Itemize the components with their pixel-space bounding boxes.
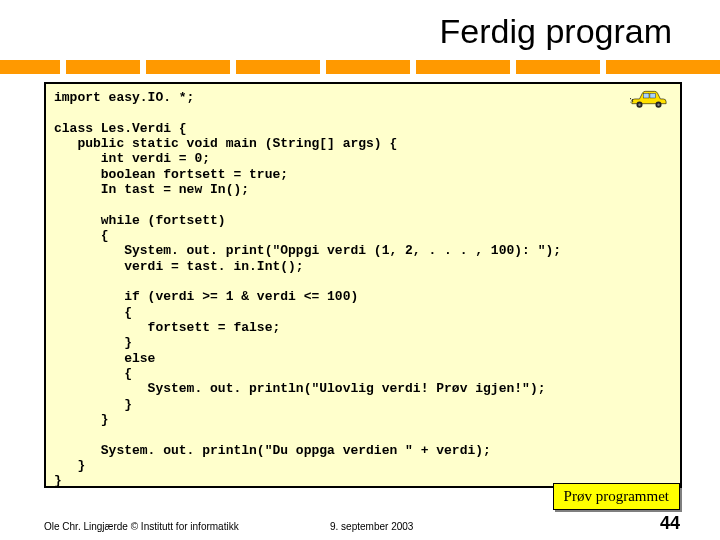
svg-point-3 (638, 103, 640, 105)
car-icon (630, 86, 668, 110)
svg-rect-1 (650, 93, 656, 98)
slide: Ferdig program import easy.IO. *; class … (0, 0, 720, 540)
svg-rect-0 (643, 93, 649, 98)
try-program-button[interactable]: Prøv programmet (553, 483, 680, 510)
svg-point-5 (657, 103, 659, 105)
slide-title: Ferdig program (440, 12, 672, 51)
code-block: import easy.IO. *; class Les.Verdi { pub… (44, 82, 682, 488)
footer-author: Ole Chr. Lingjærde © Institutt for infor… (44, 521, 239, 532)
divider-stripe (0, 60, 720, 74)
page-number: 44 (660, 513, 680, 534)
footer-date: 9. september 2003 (330, 521, 413, 532)
code-text: import easy.IO. *; class Les.Verdi { pub… (54, 90, 672, 488)
